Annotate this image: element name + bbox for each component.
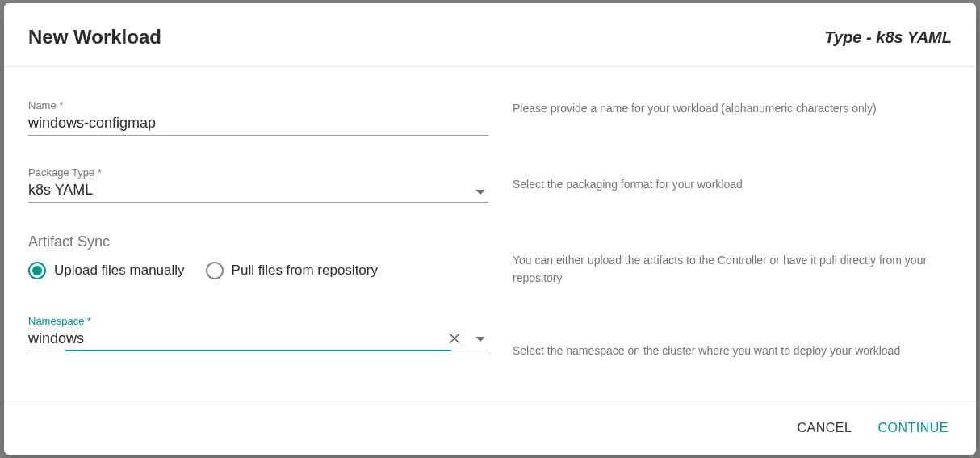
help-artifact-sync: You can either upload the artifacts to t… <box>513 251 952 308</box>
radio-upload-label: Upload files manually <box>54 263 185 279</box>
chevron-down-icon <box>475 190 485 195</box>
form-column: Name * Package Type * Artifact Sync Uplo… <box>28 99 488 401</box>
new-workload-modal: New Workload Type - k8s YAML Name * Pack… <box>4 3 976 455</box>
clear-icon[interactable] <box>446 330 463 347</box>
modal-type-label: Type - k8s YAML <box>825 28 952 47</box>
help-package-type: Select the packaging format for your wor… <box>513 175 952 217</box>
package-type-select[interactable] <box>28 180 488 203</box>
artifact-sync-title: Artifact Sync <box>28 233 488 250</box>
namespace-field: Namespace * <box>28 315 488 351</box>
namespace-input[interactable] <box>28 329 488 351</box>
package-type-label: Package Type * <box>28 166 488 179</box>
help-name: Please provide a name for your workload … <box>513 99 952 141</box>
continue-button[interactable]: CONTINUE <box>869 414 957 442</box>
name-field: Name * <box>28 99 488 136</box>
radio-selected-icon <box>28 262 46 279</box>
cancel-button[interactable]: CANCEL <box>789 414 861 442</box>
radio-pull-repository[interactable]: Pull files from repository <box>206 262 378 279</box>
modal-title: New Workload <box>28 26 161 48</box>
modal-header: New Workload Type - k8s YAML <box>4 3 976 67</box>
namespace-label: Namespace * <box>28 315 488 327</box>
input-focus-underline <box>65 350 451 351</box>
help-column: Please provide a name for your workload … <box>513 99 952 401</box>
modal-body: Name * Package Type * Artifact Sync Uplo… <box>4 67 976 401</box>
package-type-field: Package Type * <box>28 166 488 203</box>
radio-upload-manually[interactable]: Upload files manually <box>28 262 185 279</box>
name-input[interactable] <box>28 113 488 136</box>
name-label: Name * <box>28 99 488 111</box>
artifact-sync-radio-group: Upload files manually Pull files from re… <box>28 262 488 279</box>
artifact-sync-field: Artifact Sync Upload files manually Pull… <box>28 233 488 279</box>
modal-footer: CANCEL CONTINUE <box>4 401 976 455</box>
radio-unselected-icon <box>206 262 224 279</box>
help-namespace: Select the namespace on the cluster wher… <box>513 342 952 384</box>
radio-pull-label: Pull files from repository <box>232 263 378 279</box>
chevron-down-icon[interactable] <box>475 337 485 342</box>
